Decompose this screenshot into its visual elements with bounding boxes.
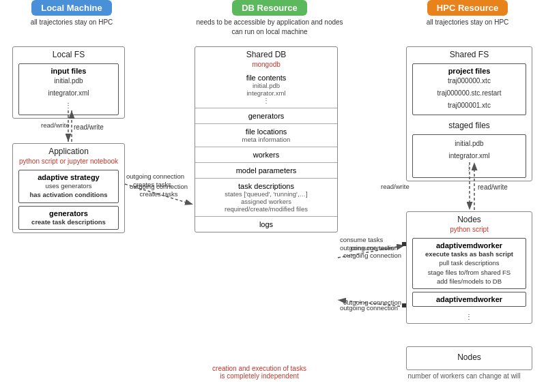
staged-files-item-1: initial.pdb — [418, 138, 520, 150]
db-workers-label: workers — [201, 151, 332, 159]
hpc-resource-badge: HPC Resource — [427, 0, 508, 16]
shared-fs-item-2: traj000000.stc.restart — [418, 87, 520, 100]
db-section-file-locations: file locations meta information — [195, 124, 337, 147]
staged-files-dots: ⋮ — [418, 162, 520, 175]
nodes-worker-line2: pull task descriptions — [418, 258, 520, 267]
bottom-note-red: creation and execution of tasksis comple… — [184, 365, 334, 380]
nodes-box-1: Nodes python script adaptivemdworker exe… — [406, 211, 532, 324]
nodes-inner-2: adaptivemdworker — [412, 292, 526, 307]
nodes-worker-title: adaptivemdworker — [418, 241, 520, 250]
app-inner1-title: adaptive strategy — [25, 173, 113, 181]
svg-text:read/write: read/write — [478, 183, 508, 191]
shared-fs-box: Shared FS project files traj000000.xtc t… — [406, 46, 532, 181]
db-section-workers: workers — [195, 147, 337, 163]
nodes-title-1: Nodes — [407, 212, 532, 226]
db-task-desc-label: task descriptions — [201, 182, 332, 190]
db-section-generators-label: generators — [201, 112, 332, 120]
db-resource-subtitle: needs to be accessible by application an… — [196, 18, 343, 37]
app-inner1-line1: uses generators — [25, 181, 113, 190]
application-box: Application python script or jupyter not… — [12, 143, 125, 233]
nodes-box-2: Nodes — [406, 346, 532, 370]
outgoing-conn-2-text: outgoing connection — [336, 252, 408, 259]
db-section-logs: logs — [195, 217, 337, 232]
shared-db-title: Shared DB — [195, 47, 337, 61]
staged-files-inner: initial.pdb integrator.xml ⋮ — [412, 134, 526, 178]
shared-fs-item-3: traj000001.xtc — [418, 100, 520, 112]
local-fs-box: Local FS input files initial.pdb integra… — [12, 46, 125, 119]
consume-tasks-label: consume tasks outgoing connection — [336, 244, 408, 259]
local-fs-title: Local FS — [13, 47, 124, 61]
localfs-inner-title: input files — [25, 67, 113, 75]
nodes-worker-line1: execute tasks as bash script — [418, 250, 520, 258]
outgoing-conn-3-label: outgoing connection — [336, 299, 408, 306]
svg-text:read/write: read/write — [74, 123, 104, 131]
app-inner1-line2: has activation conditions — [25, 190, 113, 199]
nodes-worker-line4: add files/models to DB — [418, 277, 520, 286]
shared-db-box: Shared DB mongodb file contents initial.… — [195, 46, 338, 232]
app-inner2-line1: create task descriptions — [25, 217, 113, 226]
app-inner-2: generators create task descriptions — [18, 206, 119, 230]
db-section-sub: initial.pdbintegrator.xml⋮ — [201, 82, 332, 104]
nodes-inner-1: adaptivemdworker execute tasks as bash s… — [412, 238, 526, 289]
localfs-item-1: initial.pdb — [25, 75, 113, 87]
nodes-subtitle-1: python script — [407, 226, 532, 235]
outgoing-label-line1: outgoing connection — [119, 183, 198, 190]
db-section-generators: generators — [195, 108, 337, 124]
shared-db-subtitle: mongodb — [195, 61, 337, 70]
db-section-file-contents: file contents initial.pdbintegrator.xml⋮ — [195, 70, 337, 108]
hpc-resource-subtitle: all trajectories stay on HPC — [427, 18, 509, 27]
nodes-title-2: Nodes — [407, 347, 532, 363]
shared-fs-inner-title: project files — [418, 67, 520, 75]
app-inner2-title: generators — [25, 209, 113, 217]
shared-fs-title: Shared FS — [407, 47, 532, 61]
db-task-desc-sub: states ['queued', 'running',…]assigned w… — [201, 190, 332, 213]
outgoing-conn-3-text: outgoing connection — [336, 299, 408, 306]
local-machine-subtitle: all trajectories stay on HPC — [31, 18, 113, 27]
db-file-locations-label: file locations — [201, 127, 332, 136]
db-section-label: file contents — [201, 74, 332, 82]
db-model-params-label: model parameters — [201, 166, 332, 175]
db-section-task-desc: task descriptions states ['queued', 'run… — [195, 179, 337, 217]
db-section-model-params: model parameters — [195, 163, 337, 179]
creates-tasks-label: creates tasks — [119, 190, 198, 198]
local-machine-badge: Local Machine — [31, 0, 112, 16]
shared-fs-item-1: traj000000.xtc — [418, 75, 520, 87]
consume-tasks-text: consume tasks — [336, 244, 408, 252]
diagram-container: Local Machine all trajectories stay on H… — [0, 0, 546, 392]
application-title: Application — [13, 144, 124, 157]
localfs-item-2: integrator.xml — [25, 87, 113, 100]
localfs-inner-box: input files initial.pdb integrator.xml ⋮ — [18, 63, 119, 115]
localfs-item-dots: ⋮ — [25, 100, 113, 112]
app-inner-1: adaptive strategy uses generators has ac… — [18, 170, 119, 203]
read-write-right-label: read/write — [381, 183, 410, 190]
hpc-resource-header: HPC Resource all trajectories stay on HP… — [396, 0, 539, 27]
bottom-note-black: number of workers can change at will — [392, 372, 536, 380]
application-subtitle: python script or jupyter notebook — [13, 157, 124, 167]
svg-text:consume tasks: consume tasks — [340, 236, 384, 243]
read-write-left-label: read/write — [41, 121, 70, 129]
db-logs-label: logs — [201, 220, 332, 228]
staged-files-item-2: integrator.xml — [418, 150, 520, 162]
nodes-worker-line3: stage files to/from shared FS — [418, 268, 520, 277]
shared-fs-inner: project files traj000000.xtc traj000000.… — [412, 63, 526, 115]
staged-files-title: staged files — [407, 118, 532, 132]
db-file-locations-sub: meta information — [201, 136, 332, 143]
local-machine-header: Local Machine all trajectories stay on H… — [7, 0, 136, 27]
nodes-dots: ⋮ — [407, 311, 532, 323]
nodes-worker2-title: adaptivemdworker — [418, 295, 520, 303]
svg-text:outgoing connection: outgoing connection — [126, 172, 184, 180]
outgoing-connection-label: outgoing connection creates tasks — [119, 183, 198, 198]
db-resource-header: DB Resource needs to be accessible by ap… — [184, 0, 355, 37]
db-resource-badge: DB Resource — [232, 0, 307, 16]
